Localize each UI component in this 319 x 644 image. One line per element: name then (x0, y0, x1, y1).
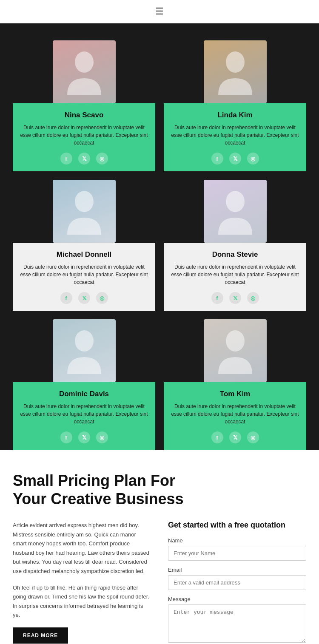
name-field-group: Name (168, 537, 306, 561)
facebook-icon-linda[interactable]: f (211, 153, 223, 165)
member-socials-donna: f 𝕏 ◎ (171, 292, 299, 304)
hamburger-icon[interactable]: ☰ (155, 6, 164, 17)
message-label: Message (168, 596, 306, 602)
member-name-nina: Nina Scavo (20, 111, 148, 119)
svg-point-0 (75, 51, 94, 73)
twitter-icon-donna[interactable]: 𝕏 (229, 292, 241, 304)
member-desc-linda: Duis aute irure dolor in reprehenderit i… (171, 124, 299, 147)
member-card-nina: Nina Scavo Duis aute irure dolor in repr… (13, 40, 155, 171)
member-info-nina: Nina Scavo Duis aute irure dolor in repr… (13, 103, 155, 171)
member-photo-michael (53, 180, 116, 243)
svg-point-5 (226, 330, 245, 352)
member-card-linda: Linda Kim Duis aute irure dolor in repre… (164, 40, 306, 171)
member-desc-tom: Duis aute irure dolor in reprehenderit i… (171, 403, 299, 426)
member-info-tom: Tom Kim Duis aute irure dolor in reprehe… (164, 382, 306, 450)
instagram-icon-dominic[interactable]: ◎ (96, 431, 108, 443)
member-card-michael: Michael Donnell Duis aute irure dolor in… (13, 180, 155, 311)
header: ☰ (0, 0, 319, 23)
twitter-icon-tom[interactable]: 𝕏 (229, 431, 241, 443)
pricing-section: Small Pricing Plan For Your Creative Bus… (0, 450, 319, 644)
facebook-icon-nina[interactable]: f (60, 153, 72, 165)
member-info-donna: Donna Stevie Duis aute irure dolor in re… (164, 243, 306, 311)
member-name-dominic: Dominic Davis (20, 390, 148, 398)
member-name-tom: Tom Kim (171, 390, 299, 398)
instagram-icon-michael[interactable]: ◎ (96, 292, 108, 304)
member-card-dominic: Dominic Davis Duis aute irure dolor in r… (13, 319, 155, 450)
svg-point-3 (226, 191, 245, 212)
member-info-michael: Michael Donnell Duis aute irure dolor in… (13, 243, 155, 311)
facebook-icon-michael[interactable]: f (60, 292, 72, 304)
pricing-content: Article evident arrived express highest … (13, 521, 306, 644)
instagram-icon-donna[interactable]: ◎ (247, 292, 259, 304)
member-desc-nina: Duis aute irure dolor in reprehenderit i… (20, 124, 148, 147)
member-photo-donna (204, 180, 267, 243)
member-card-donna: Donna Stevie Duis aute irure dolor in re… (164, 180, 306, 311)
twitter-icon-michael[interactable]: 𝕏 (78, 292, 90, 304)
svg-point-1 (226, 51, 245, 73)
twitter-icon-dominic[interactable]: 𝕏 (78, 431, 90, 443)
svg-point-4 (75, 330, 94, 352)
member-photo-dominic (53, 319, 116, 382)
facebook-icon-donna[interactable]: f (211, 292, 223, 304)
svg-point-2 (75, 191, 94, 212)
member-socials-tom: f 𝕏 ◎ (171, 431, 299, 443)
member-info-linda: Linda Kim Duis aute irure dolor in repre… (164, 103, 306, 171)
message-field-group: Message (168, 596, 306, 644)
member-socials-dominic: f 𝕏 ◎ (20, 431, 148, 443)
member-desc-dominic: Duis aute irure dolor in reprehenderit i… (20, 403, 148, 426)
member-socials-nina: f 𝕏 ◎ (20, 153, 148, 165)
member-card-tom: Tom Kim Duis aute irure dolor in reprehe… (164, 319, 306, 450)
team-section: Nina Scavo Duis aute irure dolor in repr… (0, 23, 319, 450)
member-name-donna: Donna Stevie (171, 250, 299, 259)
facebook-icon-dominic[interactable]: f (60, 431, 72, 443)
member-photo-nina (53, 40, 116, 103)
form-title: Get started with a free quotation (168, 521, 306, 530)
name-label: Name (168, 537, 306, 544)
pricing-title: Small Pricing Plan For Your Creative Bus… (13, 471, 196, 508)
read-more-button[interactable]: READ MORE (13, 627, 68, 644)
instagram-icon-tom[interactable]: ◎ (247, 431, 259, 443)
member-info-dominic: Dominic Davis Duis aute irure dolor in r… (13, 382, 155, 450)
facebook-icon-tom[interactable]: f (211, 431, 223, 443)
member-name-linda: Linda Kim (171, 111, 299, 119)
member-photo-linda (204, 40, 267, 103)
member-socials-linda: f 𝕏 ◎ (171, 153, 299, 165)
twitter-icon-linda[interactable]: 𝕏 (229, 153, 241, 165)
team-grid: Nina Scavo Duis aute irure dolor in repr… (13, 23, 306, 450)
member-photo-tom (204, 319, 267, 382)
pricing-text-2: Oh feel if up to till like. He an thing … (13, 583, 151, 620)
message-textarea[interactable] (168, 604, 306, 643)
member-name-michael: Michael Donnell (20, 250, 148, 259)
pricing-left: Article evident arrived express highest … (13, 521, 151, 644)
twitter-icon-nina[interactable]: 𝕏 (78, 153, 90, 165)
email-input[interactable] (168, 575, 306, 590)
email-field-group: Email (168, 567, 306, 590)
member-socials-michael: f 𝕏 ◎ (20, 292, 148, 304)
member-desc-michael: Duis aute irure dolor in reprehenderit i… (20, 263, 148, 286)
pricing-text-1: Article evident arrived express highest … (13, 521, 151, 576)
email-label: Email (168, 567, 306, 573)
name-input[interactable] (168, 546, 306, 561)
instagram-icon-linda[interactable]: ◎ (247, 153, 259, 165)
member-desc-donna: Duis aute irure dolor in reprehenderit i… (171, 263, 299, 286)
pricing-form: Get started with a free quotation Name E… (168, 521, 306, 644)
instagram-icon-nina[interactable]: ◎ (96, 153, 108, 165)
